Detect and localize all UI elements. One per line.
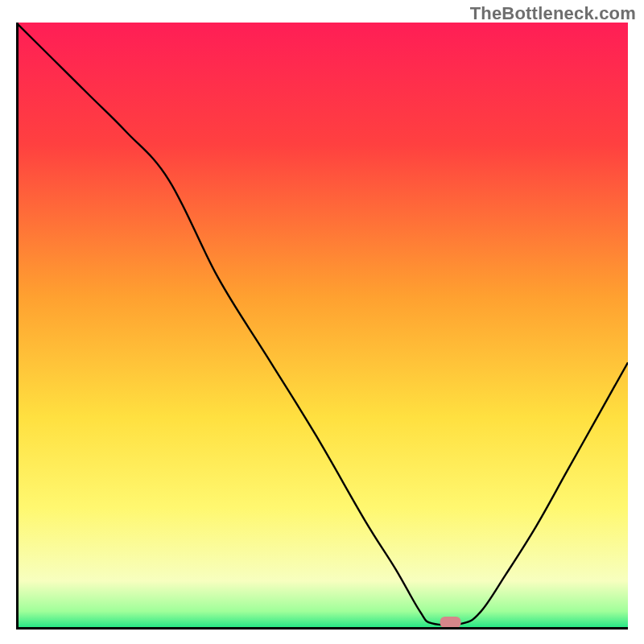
watermark-text: TheBottleneck.com xyxy=(470,3,636,24)
chart-container: TheBottleneck.com xyxy=(0,0,644,644)
optimum-marker xyxy=(440,617,461,628)
chart-svg xyxy=(16,23,628,630)
plot-area xyxy=(16,23,628,630)
